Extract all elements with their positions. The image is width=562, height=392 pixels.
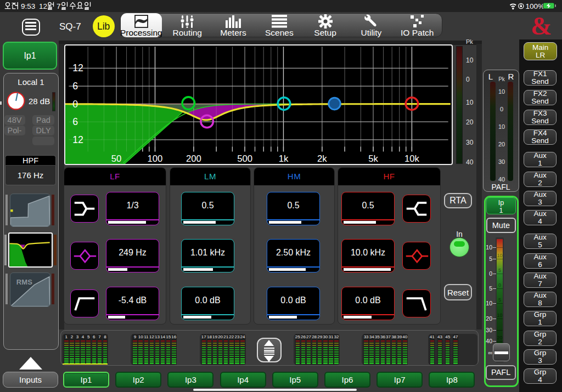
svg-text:200: 200 xyxy=(186,154,201,164)
svg-text:500: 500 xyxy=(237,154,252,164)
svg-text:0: 0 xyxy=(72,99,78,110)
svg-text:12: 12 xyxy=(39,2,47,10)
svg-text:2k: 2k xyxy=(317,154,327,164)
svg-text:100: 100 xyxy=(148,154,163,164)
svg-text:100%: 100% xyxy=(526,2,545,10)
svg-text:6: 6 xyxy=(72,81,78,92)
svg-text:12: 12 xyxy=(72,63,83,73)
svg-text:5k: 5k xyxy=(368,154,378,164)
svg-text:6: 6 xyxy=(72,116,78,127)
svg-text:12: 12 xyxy=(72,134,83,145)
svg-text:RMS: RMS xyxy=(16,278,32,286)
svg-text:7: 7 xyxy=(57,2,61,10)
svg-text:10k: 10k xyxy=(404,154,420,164)
svg-text:1k: 1k xyxy=(279,154,289,164)
svg-text:50: 50 xyxy=(111,154,122,164)
svg-text:9:53: 9:53 xyxy=(21,2,35,10)
